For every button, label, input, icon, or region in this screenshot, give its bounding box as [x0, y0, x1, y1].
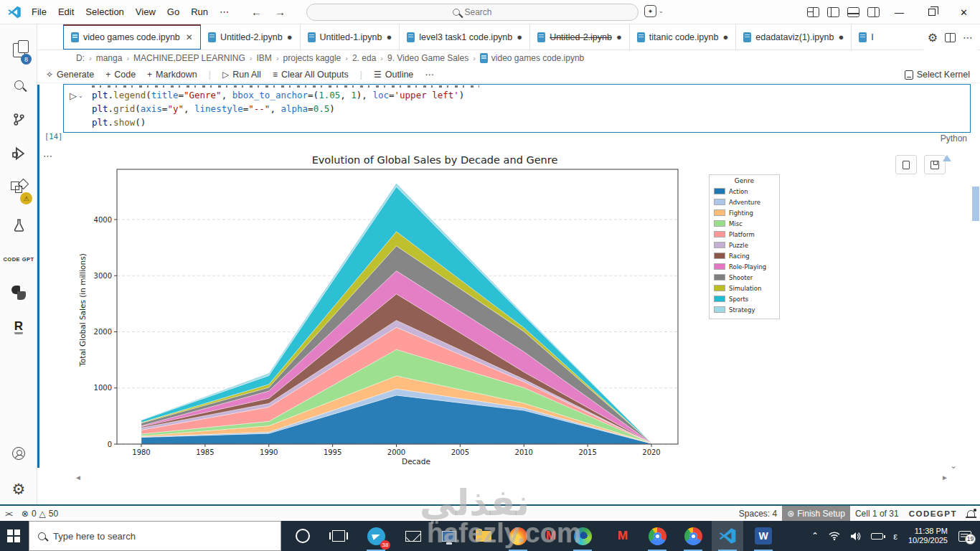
toggle-sidebar-icon[interactable] [827, 7, 839, 17]
taskbar-search[interactable]: Type here to search [29, 521, 281, 551]
breadcrumb-item[interactable]: 2. eda› [352, 53, 387, 63]
run-all-button[interactable]: ▷Run All [222, 70, 261, 80]
hidden-icons-chevron[interactable]: ⌃ [811, 531, 819, 541]
taskbar-app-firefox[interactable] [502, 521, 534, 551]
menu-selection[interactable]: Selection [80, 4, 129, 19]
source-control-icon [12, 113, 26, 126]
tab-untitled-2-ipynb[interactable]: Untitled-2.ipynb● [201, 24, 301, 50]
menu-go[interactable]: Go [161, 4, 185, 19]
sidebar-item-testing[interactable] [0, 209, 37, 241]
nav-back-icon[interactable]: ← [245, 6, 268, 18]
toggle-panel-icon[interactable] [847, 7, 859, 17]
menu-view[interactable]: View [130, 4, 161, 19]
restore-button[interactable] [915, 0, 948, 24]
wifi-icon[interactable] [829, 532, 840, 540]
notification-center[interactable]: 19 [958, 531, 971, 542]
add-code-button[interactable]: +Code [105, 70, 136, 80]
volume-icon[interactable] [850, 532, 861, 541]
breadcrumb-item[interactable]: MACHINE,DEEP LEARNING› [133, 53, 256, 63]
tab-level3-task1-code-ipynb[interactable]: level3 task1 code.ipynb● [400, 24, 530, 50]
restore-icon [928, 9, 936, 16]
toggle-secondary-sidebar-icon[interactable] [867, 7, 880, 17]
tab-titanic-code-ipynb[interactable]: titanic code.ipynb● [630, 24, 736, 50]
breadcrumb-separator-icon: › [245, 54, 257, 62]
sidebar-item-python[interactable] [0, 277, 37, 309]
taskbar-app-word[interactable]: W [748, 521, 779, 551]
sidebar-item-explorer[interactable]: 8 [0, 34, 37, 66]
tab-i[interactable]: I [852, 24, 875, 50]
menu-[interactable]: ⋯ [214, 4, 235, 19]
breadcrumb-item[interactable]: manga› [96, 53, 133, 63]
outline-button[interactable]: ☰Outline [374, 70, 413, 80]
menu-file[interactable]: File [26, 4, 52, 19]
finish-setup-button[interactable]: ⊛ Finish Setup [782, 506, 850, 521]
tab-edadataviz-1-ipynb[interactable]: edadataviz(1).ipynb● [736, 24, 852, 50]
sidebar-item-r[interactable]: R [0, 311, 37, 343]
sidebar-item-settings[interactable]: ⚙ [0, 474, 37, 505]
breadcrumb-item[interactable]: projects kaggle› [283, 53, 352, 63]
close-tab-icon[interactable]: ✕ [186, 32, 193, 42]
tab-untitled-2-ipynb[interactable]: Untitled-2.ipynb● [530, 24, 630, 50]
more-actions-icon[interactable]: ⋯ [963, 32, 973, 43]
notifications-bell[interactable] [962, 506, 980, 521]
sidebar-item-source-control[interactable] [0, 103, 37, 135]
sidebar-item-run-debug[interactable] [0, 138, 37, 169]
battery-icon[interactable] [871, 533, 883, 540]
remote-indicator[interactable]: >< [0, 506, 17, 521]
taskbar-app-telegram[interactable]: 38 [360, 521, 392, 551]
menu-edit[interactable]: Edit [52, 4, 80, 19]
taskbar-app-gmail-2[interactable]: M [607, 521, 639, 551]
tab-video-games-code-ipynb[interactable]: video games code.ipynb✕ [63, 24, 201, 50]
search-command-center[interactable]: Search [306, 4, 639, 21]
close-button[interactable]: ✕ [948, 0, 980, 24]
select-kernel-button[interactable]: Select Kernel [905, 66, 970, 83]
chevron-down-icon[interactable]: ⌄ [950, 461, 957, 471]
sidebar-item-search[interactable] [0, 69, 37, 100]
breadcrumb-item[interactable]: 9. Video Game Sales› [387, 53, 480, 63]
clock[interactable]: 11:38 PM 10/29/2025 [908, 527, 948, 545]
chart-x-axis-label: Decade [359, 457, 473, 466]
breadcrumb-item[interactable]: IBM› [257, 53, 283, 63]
taskbar-app-edge[interactable] [567, 521, 598, 551]
tab-untitled-1-ipynb[interactable]: Untitled-1.ipynb● [301, 24, 400, 50]
scrollbar-thumb[interactable] [972, 187, 979, 221]
taskbar-app-mail[interactable] [397, 521, 429, 551]
generate-button[interactable]: ✧Generate [46, 70, 94, 80]
toolbar-more-button[interactable]: ⋯ [425, 69, 434, 80]
taskbar-app-task-view[interactable] [323, 521, 354, 551]
codegpt-status-item[interactable]: CODEGPT [904, 506, 962, 521]
problems-indicator[interactable]: ⊗0 △50 [17, 506, 63, 521]
legend-swatch [714, 242, 725, 248]
start-button[interactable] [7, 529, 20, 542]
scroll-left-arrow[interactable]: ◄ [75, 474, 82, 481]
breadcrumb-item[interactable]: video games code.ipynb [480, 53, 584, 63]
taskbar-app-chrome[interactable] [641, 521, 673, 551]
taskbar-app-chrome-2[interactable] [677, 521, 709, 551]
taskbar-app-cortana[interactable] [287, 521, 319, 551]
nav-forward-icon[interactable]: → [268, 6, 292, 18]
scroll-right-arrow[interactable]: ► [941, 474, 948, 481]
bell-icon [967, 510, 975, 517]
copy-output-button[interactable] [895, 155, 917, 174]
split-editor-icon[interactable] [945, 33, 956, 42]
taskbar-app-vscode[interactable] [712, 521, 743, 551]
sidebar-item-codegpt[interactable]: CODE GPT [0, 244, 37, 276]
settings-gear-icon[interactable]: ⚙ [928, 31, 938, 44]
sidebar-item-account[interactable] [0, 438, 37, 469]
svg-text:2000: 2000 [94, 328, 112, 336]
minimize-button[interactable]: — [883, 0, 915, 24]
clear-all-outputs-button[interactable]: ≡Clear All Outputs [273, 70, 349, 80]
cell-position-indicator[interactable]: Cell 1 of 31 [850, 506, 904, 521]
taskbar-app-my-computer[interactable] [433, 521, 465, 551]
taskbar-app-gmail[interactable]: M [535, 521, 567, 551]
scroll-up-arrow[interactable] [943, 155, 951, 161]
breadcrumb-item[interactable]: D:› [76, 53, 96, 63]
sidebar-item-extensions[interactable]: ⚠ [0, 174, 37, 205]
language-indicator[interactable]: ε [893, 531, 897, 542]
indent-indicator[interactable]: Spaces: 4 [734, 506, 782, 521]
customize-layout-icon[interactable] [807, 7, 819, 17]
add-markdown-button[interactable]: +Markdown [147, 70, 197, 80]
menu-run[interactable]: Run [185, 4, 214, 19]
share-button[interactable]: ✦ ⌄ [644, 5, 664, 17]
taskbar-app-file-explorer[interactable] [468, 521, 499, 551]
